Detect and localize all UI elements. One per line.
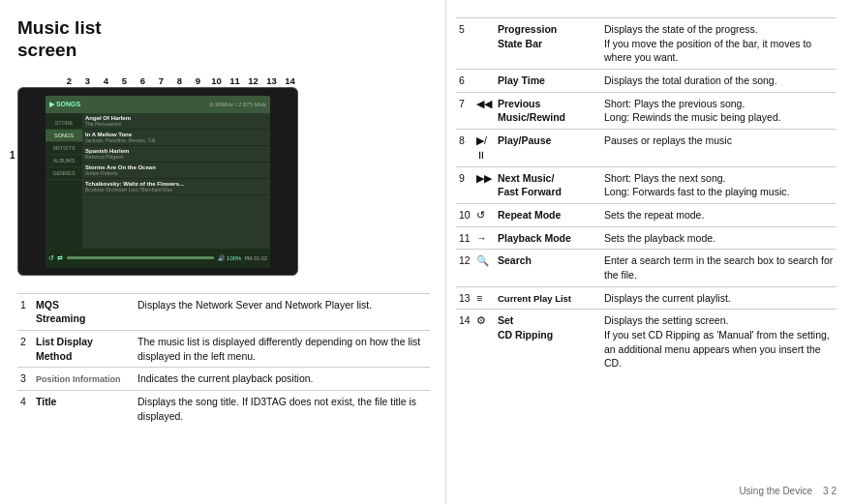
row-num: 7 — [456, 92, 473, 129]
left-panel: Music list screen 2 3 4 5 6 7 8 9 10 11 … — [0, 0, 445, 504]
num-6: 6 — [134, 75, 152, 86]
num-9: 9 — [189, 75, 207, 86]
screen-content: Angel Of Harlem The Persuasions In A Mel… — [82, 113, 270, 249]
table-row: 14 ⚙ SetCD Ripping Displays the setting … — [456, 310, 837, 374]
row-label: Current Play List — [495, 286, 601, 310]
footer-page: Using the Device 3 2 — [739, 486, 837, 496]
screen-header-right: 6:38MHz / 2.875 MHz — [210, 102, 266, 107]
num-8: 8 — [170, 75, 189, 86]
table-row: 5 ProgressionState Bar Displays the stat… — [456, 18, 837, 70]
row-icon — [473, 70, 495, 93]
row-label: Play/Pause — [495, 130, 601, 166]
screen-header: ▶ SONGS 6:38MHz / 2.875 MHz — [46, 96, 270, 113]
repeat-icon: ↺ — [473, 203, 495, 226]
page-title: Music list screen — [17, 17, 430, 62]
num-12: 12 — [244, 75, 262, 86]
song-row: Angel Of Harlem The Persuasions — [82, 113, 270, 130]
playpause-icon: ▶/⏸ — [473, 130, 495, 166]
row-label: Search — [495, 250, 601, 286]
num-7: 7 — [152, 75, 170, 86]
device-wrapper: 1 ▶ SONGS 6:38MHz / 2.875 MHz STORE SONG… — [17, 87, 308, 276]
row-num: 3 — [17, 368, 33, 391]
song-row: Tchaikovsky: Waltz of the Flowers... Bru… — [82, 179, 270, 195]
playback-icon: → — [473, 226, 495, 250]
song-row: Spanish Harlem Rebecca Pidgeon — [82, 146, 270, 163]
row-num: 5 — [456, 18, 473, 70]
device-image: ▶ SONGS 6:38MHz / 2.875 MHz STORE SONGS … — [17, 87, 298, 276]
table-row: 6 Play Time Displays the total duration … — [456, 70, 837, 93]
footer-icons: ↺ ⇄ — [48, 254, 63, 262]
sidebar-artists: ARTISTS — [46, 142, 82, 155]
table-row: 11 → Playback Mode Sets the playback mod… — [456, 226, 837, 250]
playlist-icon: ≡ — [473, 286, 495, 310]
row-num: 8 — [456, 130, 473, 166]
row-num: 6 — [456, 70, 473, 93]
table-row: 10 ↺ Repeat Mode Sets the repeat mode. — [456, 203, 837, 226]
num-3: 3 — [78, 75, 97, 86]
num-13: 13 — [262, 75, 281, 86]
sidebar-albums: ALBUMS — [46, 155, 82, 167]
num-14: 14 — [281, 75, 299, 86]
row-num: 12 — [456, 250, 473, 286]
row-desc: Indicates the current playback position. — [135, 368, 430, 391]
row-desc: Sets the repeat mode. — [601, 203, 837, 226]
song-row: Storms Are On the Ocean Amber Roberts — [82, 163, 270, 179]
num-2: 2 — [60, 75, 78, 86]
prev-icon: ◀◀ — [473, 92, 495, 129]
row-num: 4 — [17, 391, 33, 428]
row-label: List DisplayMethod — [33, 330, 135, 367]
screen-sidebar: STORE SONGS ARTISTS ALBUMS GENRES — [46, 113, 82, 249]
song-row: In A Mellow Tone Jackson, Hazeltine, Ree… — [82, 130, 270, 146]
number-strip: 2 3 4 5 6 7 8 9 10 11 12 13 14 — [17, 75, 430, 86]
row-desc: Short: Plays the previous song.Long: Rew… — [601, 92, 837, 129]
row-desc: Sets the playback mode. — [601, 226, 837, 250]
volume-icon: 🔊 100% — [218, 254, 241, 261]
num-5: 5 — [115, 75, 134, 86]
row-desc: Pauses or replays the music — [601, 130, 837, 166]
row-num: 9 — [456, 166, 473, 203]
table-row: 13 ≡ Current Play List Displays the curr… — [456, 286, 837, 310]
row-label: Position Information — [33, 368, 135, 391]
next-icon: ▶▶ — [473, 166, 495, 203]
label-1: 1 — [10, 150, 15, 161]
screen-header-left: ▶ SONGS — [49, 101, 80, 108]
row-desc: Short: Plays the next song.Long: Forward… — [601, 166, 837, 203]
row-label: Play Time — [495, 70, 601, 93]
row-desc: Displays the current playlist. — [601, 286, 837, 310]
row-desc: Displays the song title. If ID3TAG does … — [135, 391, 430, 428]
row-icon — [473, 18, 495, 70]
left-desc-table: 1 MQSStreaming Displays the Network Seve… — [17, 293, 430, 428]
right-desc-table: 5 ProgressionState Bar Displays the stat… — [456, 17, 837, 374]
shuffle-icon: ⇄ — [57, 254, 63, 262]
table-row: 8 ▶/⏸ Play/Pause Pauses or replays the m… — [456, 130, 837, 166]
table-row: 2 List DisplayMethod The music list is d… — [17, 330, 430, 367]
row-desc: Displays the Network Sever and Network P… — [135, 293, 430, 330]
sidebar-songs: SONGS — [46, 130, 82, 142]
sidebar-genres: GENRES — [46, 167, 82, 180]
table-row: 3 Position Information Indicates the cur… — [17, 368, 430, 391]
row-label: PreviousMusic/Rewind — [495, 92, 601, 129]
footer-time: PM 01:02 — [244, 255, 267, 261]
row-desc: The music list is displayed differently … — [135, 330, 430, 367]
right-panel: 5 ProgressionState Bar Displays the stat… — [445, 0, 852, 504]
row-label: MQSStreaming — [33, 293, 135, 330]
row-num: 11 — [456, 226, 473, 250]
table-row: 12 🔍 Search Enter a search term in the s… — [456, 250, 837, 286]
table-row: 4 Title Displays the song title. If ID3T… — [17, 391, 430, 428]
row-desc: Enter a search term in the search box to… — [601, 250, 837, 286]
table-row: 9 ▶▶ Next Music/Fast Forward Short: Play… — [456, 166, 837, 203]
table-row: 7 ◀◀ PreviousMusic/Rewind Short: Plays t… — [456, 92, 837, 129]
row-desc: Displays the setting screen.If you set C… — [601, 310, 837, 374]
sidebar-store: STORE — [46, 117, 82, 130]
screen-footer: ↺ ⇄ 🔊 100% PM 01:02 — [46, 249, 270, 268]
row-label: SetCD Ripping — [495, 310, 601, 374]
row-label: ProgressionState Bar — [495, 18, 601, 70]
row-label: Playback Mode — [495, 226, 601, 250]
row-num: 10 — [456, 203, 473, 226]
row-label: Title — [33, 391, 135, 428]
device-screen: ▶ SONGS 6:38MHz / 2.875 MHz STORE SONGS … — [46, 96, 270, 268]
search-icon: 🔍 — [473, 250, 495, 286]
table-row: 1 MQSStreaming Displays the Network Seve… — [17, 293, 430, 330]
row-num: 2 — [17, 330, 33, 367]
row-desc: Displays the total duration of the song. — [601, 70, 837, 93]
